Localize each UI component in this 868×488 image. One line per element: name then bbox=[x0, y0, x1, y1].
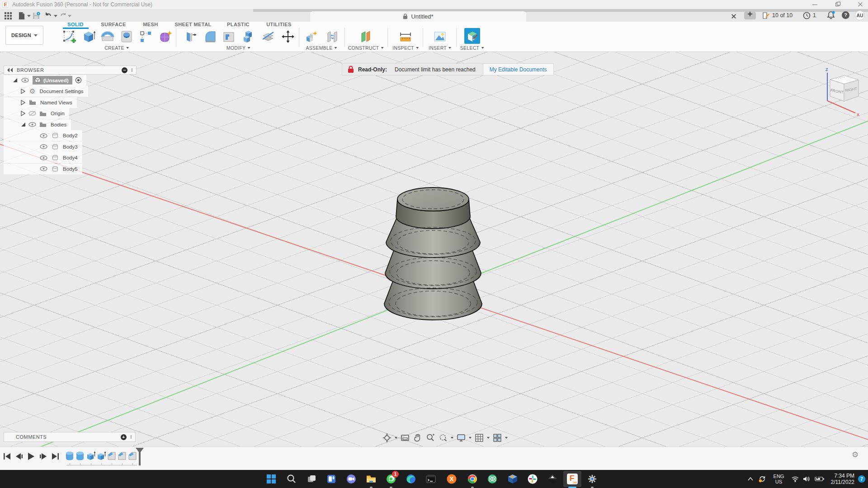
timeline-feature-cylinder[interactable] bbox=[65, 450, 75, 462]
slack-button[interactable] bbox=[524, 471, 542, 487]
new-component-button[interactable] bbox=[304, 29, 319, 44]
tab-utilities[interactable]: UTILITIES bbox=[266, 22, 292, 28]
shell-button[interactable] bbox=[221, 29, 236, 44]
hole-button[interactable] bbox=[119, 29, 134, 44]
timeline-go-to-start-button[interactable] bbox=[2, 451, 12, 462]
grid-display-caret[interactable] bbox=[487, 437, 490, 439]
clock-indicator[interactable]: 7:34 PM 2/11/2022 bbox=[831, 473, 855, 485]
document-tab[interactable]: Untitled* bbox=[310, 11, 526, 22]
collapse-panel-icon[interactable] bbox=[7, 68, 13, 72]
xampp-button[interactable]: X bbox=[443, 471, 461, 487]
tab-plastic[interactable]: PLASTIC bbox=[227, 22, 250, 28]
look-at-icon[interactable] bbox=[400, 433, 410, 443]
tree-row-root[interactable]: (Unsaved) bbox=[4, 75, 86, 86]
tab-sheet-metal[interactable]: SHEET METAL bbox=[175, 22, 211, 28]
fillet-button[interactable] bbox=[203, 29, 218, 44]
file-menu-icon[interactable] bbox=[18, 12, 26, 20]
teams-chat-button[interactable] bbox=[342, 471, 360, 487]
rectangular-pattern-button[interactable] bbox=[138, 29, 153, 44]
save-icon[interactable] bbox=[32, 12, 40, 20]
redo-caret[interactable] bbox=[68, 15, 71, 17]
onedrive-sync-icon[interactable] bbox=[756, 475, 769, 483]
create-sketch-button[interactable] bbox=[61, 29, 77, 44]
widgets-button[interactable] bbox=[322, 471, 340, 487]
tree-row-body2[interactable]: Body2 bbox=[4, 130, 82, 141]
settings-button[interactable] bbox=[583, 471, 601, 487]
edge-button[interactable] bbox=[402, 471, 420, 487]
timeline-feature-extrude[interactable] bbox=[86, 450, 96, 462]
visibility-off-eye-icon[interactable] bbox=[28, 111, 36, 116]
my-editable-documents-button[interactable]: My Editable Documents bbox=[483, 63, 554, 75]
construct-plane-button[interactable] bbox=[358, 29, 373, 44]
tab-close-icon[interactable] bbox=[728, 12, 740, 21]
timeline-step-forward-button[interactable] bbox=[38, 451, 48, 462]
task-view-button[interactable] bbox=[302, 471, 321, 487]
root-document-chip[interactable]: (Unsaved) bbox=[33, 76, 72, 84]
insert-image-button[interactable] bbox=[432, 29, 448, 44]
minimize-button[interactable] bbox=[807, 0, 823, 9]
tree-row-body5[interactable]: Body5 bbox=[4, 164, 82, 174]
notifications-bell-icon[interactable] bbox=[826, 11, 835, 22]
wifi-icon[interactable] bbox=[789, 476, 801, 482]
user-avatar[interactable]: AU bbox=[855, 10, 865, 20]
combine-button[interactable] bbox=[241, 29, 256, 44]
close-button[interactable] bbox=[853, 0, 868, 9]
collapsed-arrow-icon[interactable] bbox=[21, 100, 25, 105]
fit-view-icon[interactable] bbox=[438, 433, 448, 443]
zoom-icon[interactable] bbox=[425, 433, 435, 443]
display-settings-caret[interactable] bbox=[469, 437, 472, 439]
group-assemble[interactable]: ASSEMBLE bbox=[306, 45, 337, 51]
revolve-button[interactable] bbox=[100, 29, 115, 44]
tray-chevron-icon[interactable] bbox=[745, 477, 756, 481]
display-settings-icon[interactable] bbox=[456, 433, 466, 443]
split-body-button[interactable] bbox=[260, 29, 276, 44]
app-grid-icon[interactable] bbox=[4, 12, 12, 20]
document-limit-indicator[interactable]: 10 of 10 bbox=[762, 10, 793, 20]
expand-comments-icon[interactable]: + bbox=[121, 434, 127, 440]
fit-view-caret[interactable] bbox=[451, 437, 453, 439]
tree-row-body3[interactable]: Body3 bbox=[4, 141, 82, 152]
visibility-eye-icon[interactable] bbox=[40, 166, 47, 171]
grid-display-icon[interactable] bbox=[474, 433, 484, 443]
file-menu-caret[interactable] bbox=[27, 15, 31, 17]
expanded-arrow-icon[interactable] bbox=[21, 122, 26, 127]
visibility-eye-icon[interactable] bbox=[28, 122, 36, 127]
panel-grip[interactable]: ‖ bbox=[130, 435, 132, 440]
new-tab-button[interactable] bbox=[744, 12, 756, 19]
virtualbox-button[interactable] bbox=[504, 471, 522, 487]
comments-panel-header[interactable]: COMMENTS + ‖ bbox=[4, 432, 136, 442]
tab-mesh[interactable]: MESH bbox=[143, 22, 158, 28]
whatsapp-button[interactable]: 1 bbox=[382, 471, 400, 487]
measure-button[interactable] bbox=[398, 29, 413, 44]
timeline-feature-chamfer[interactable] bbox=[107, 450, 117, 462]
undo-caret[interactable] bbox=[54, 15, 57, 17]
visibility-eye-icon[interactable] bbox=[40, 144, 47, 149]
create-form-button[interactable] bbox=[158, 29, 173, 44]
tree-row-body4[interactable]: Body4 bbox=[4, 152, 82, 163]
workspace-selector[interactable]: DESIGN bbox=[5, 26, 43, 45]
timeline-feature-chamfer[interactable] bbox=[117, 450, 127, 462]
volume-icon[interactable] bbox=[801, 476, 813, 482]
press-pull-button[interactable] bbox=[183, 29, 198, 44]
group-modify[interactable]: MODIFY bbox=[226, 45, 250, 51]
group-select[interactable]: SELECT bbox=[460, 45, 484, 51]
timeline-play-button[interactable] bbox=[26, 451, 36, 462]
redo-icon[interactable] bbox=[59, 12, 67, 20]
tab-solid[interactable]: SOLID bbox=[67, 22, 84, 28]
help-icon[interactable]: ? bbox=[842, 11, 849, 19]
start-button[interactable] bbox=[262, 471, 280, 487]
select-button[interactable] bbox=[464, 28, 480, 44]
group-inspect[interactable]: INSPECT bbox=[392, 45, 419, 51]
collapsed-arrow-icon[interactable] bbox=[21, 89, 25, 94]
search-button[interactable] bbox=[283, 471, 301, 487]
tree-row-bodies[interactable]: Bodies bbox=[4, 119, 71, 130]
visibility-eye-icon[interactable] bbox=[40, 133, 47, 138]
browser-header[interactable]: BROWSER − ‖ bbox=[4, 66, 137, 75]
panel-grip[interactable]: ‖ bbox=[131, 68, 133, 73]
timeline-step-back-button[interactable] bbox=[14, 451, 24, 462]
visibility-eye-icon[interactable] bbox=[40, 155, 47, 160]
group-create[interactable]: CREATE bbox=[104, 45, 129, 51]
timeline-position-marker-bar[interactable] bbox=[139, 449, 141, 465]
timeline-settings-gear-icon[interactable]: ⚙ bbox=[852, 451, 859, 459]
viewports-caret[interactable] bbox=[505, 437, 508, 439]
